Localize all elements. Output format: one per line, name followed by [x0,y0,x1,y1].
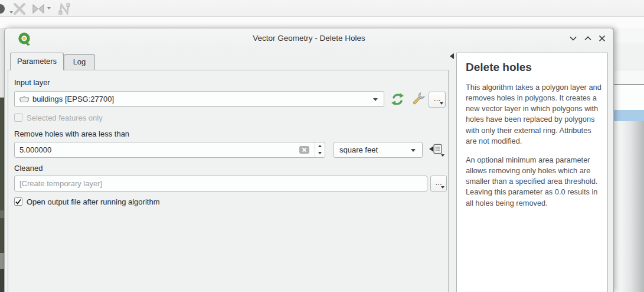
background-toolbar [0,0,644,17]
close-icon[interactable] [596,33,608,44]
background-window [614,28,644,292]
spinner [315,142,325,157]
tab-log[interactable]: Log [64,54,95,70]
input-layer-browse-button[interactable]: … [429,92,446,108]
data-defined-override-button[interactable] [429,142,446,157]
tab-parameters[interactable]: Parameters [10,53,64,70]
checkmark-icon [15,198,22,205]
output-browse-button[interactable]: … [430,176,447,192]
vertex-tool-icon[interactable] [31,2,46,16]
selected-features-label: Selected features only [27,113,103,122]
digitize-curve-icon[interactable] [57,2,72,16]
browse-label: … [435,179,442,187]
shade-icon[interactable] [567,33,579,44]
dialog-titlebar[interactable]: Vector Geometry - Delete Holes [5,28,613,51]
background-window-row [614,71,644,85]
browse-label: … [434,95,441,103]
background-window-row [614,45,644,70]
delete-holes-dialog: Vector Geometry - Delete Holes Parameter… [4,28,614,292]
help-title: Delete holes [466,61,601,74]
background-window-body [614,121,644,292]
open-output-checkbox[interactable] [14,197,22,206]
dropdown-arrow-icon[interactable] [47,7,51,9]
output-field[interactable]: [Create temporary layer] [14,176,427,192]
help-panel: Delete holes This algorithm takes a poly… [456,53,608,292]
clear-value-icon[interactable] [299,146,309,154]
help-paragraph: An optional minimum area parameter allow… [466,155,603,209]
background-window-row [614,28,644,44]
delete-vertex-icon[interactable] [12,2,27,16]
input-layer-combobox[interactable]: buildings [EPSG:27700] [14,91,384,107]
input-layer-label: Input layer [14,78,50,87]
min-area-value: 5.000000 [19,145,51,154]
output-placeholder: [Create temporary layer] [19,179,102,188]
panel-collapse-handle[interactable] [449,53,455,60]
map-canvas-edge [0,98,4,292]
background-window-row [614,86,644,110]
chevron-down-icon [373,98,378,101]
help-paragraph: This algorithm takes a polygon layer and… [466,82,603,147]
background-strip [0,17,644,28]
chevron-down-icon [440,102,443,105]
parameters-pane: Input layer buildings [EPSG:27700] [8,70,449,292]
chevron-down-icon [411,149,416,152]
dialog-title: Vector Geometry - Delete Holes [5,34,613,43]
units-value: square feet [339,145,378,154]
background-selected-row [614,110,644,121]
edit-tool-partial-icon[interactable] [0,2,8,16]
selected-features-checkbox [14,113,22,122]
polygon-layer-icon [19,96,30,105]
maximize-icon[interactable] [582,33,594,44]
output-label: Cleaned [14,164,43,173]
screen: Vector Geometry - Delete Holes Parameter… [0,0,644,292]
min-area-spinbox[interactable]: 5.000000 [14,142,325,158]
chevron-down-icon [441,186,444,189]
open-output-label: Open output file after running algorithm [27,197,159,206]
units-combobox[interactable]: square feet [334,142,423,158]
iterate-layer-button[interactable] [390,92,406,107]
advanced-options-wrench-icon[interactable] [410,92,426,107]
min-area-label: Remove holes with area less than [14,129,129,138]
spin-down-button[interactable] [315,150,325,157]
input-layer-value: buildings [EPSG:27700] [32,95,114,103]
collapse-left-icon [450,53,454,59]
spin-up-button[interactable] [315,142,325,150]
